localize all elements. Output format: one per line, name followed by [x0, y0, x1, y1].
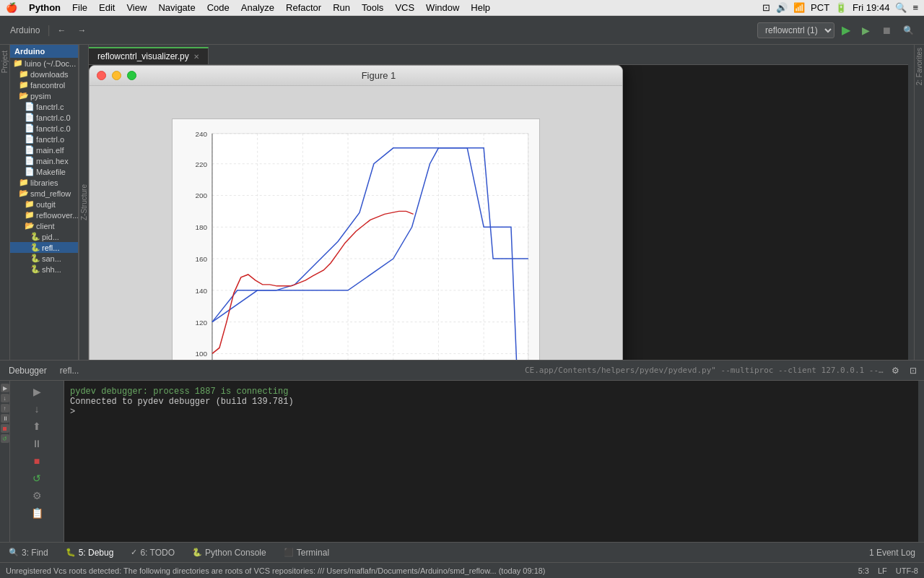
menu-edit[interactable]: Edit	[99, 2, 115, 13]
tree-item-fanctrlc[interactable]: 📄 fanctrl.c	[10, 101, 78, 112]
project-tab[interactable]: Project	[0, 48, 10, 76]
tree-item-libraries[interactable]: 📁 libraries	[10, 177, 78, 188]
tree-item-reflowover[interactable]: 📁 reflowover...	[10, 210, 78, 220]
run-button[interactable]: ▶	[837, 22, 855, 38]
tree-item-luino[interactable]: 📁 luino (~/.Doc...	[10, 58, 78, 69]
tab-todo[interactable]: ✓ 6: TODO	[122, 545, 183, 561]
menu-window[interactable]: Window	[426, 2, 459, 13]
tree-item-client[interactable]: 📂 client	[10, 220, 78, 231]
tree-item-san[interactable]: 🐍 san...	[10, 253, 78, 264]
pause-btn[interactable]: ⏸	[1, 414, 9, 423]
vcs-warning[interactable]: Unregistered Vcs roots detected: The fol…	[6, 566, 858, 575]
debug-side-btn-1[interactable]: ▶	[29, 384, 45, 400]
right-scrollbar[interactable]	[908, 45, 914, 360]
tree-item-mainhex[interactable]: 📄 main.hex	[10, 155, 78, 166]
menu-help[interactable]: Help	[471, 2, 490, 13]
console-area[interactable]: pydev debugger: process 1887 is connecti…	[64, 381, 918, 542]
battery-icon: 🔋	[835, 2, 847, 13]
bottom-panel: Debugger refl... CE.app/Contents/helpers…	[0, 360, 924, 562]
window-maximize-btn[interactable]	[127, 71, 136, 80]
menu-refactor[interactable]: Refactor	[286, 2, 321, 13]
tree-item-shh[interactable]: 🐍 shh...	[10, 264, 78, 275]
project-selector[interactable]: Arduino	[6, 24, 44, 37]
run-config-select[interactable]: reflowcntrl (1)	[757, 22, 834, 38]
tree-item-refl[interactable]: 🐍 refl...	[10, 242, 78, 253]
menu-tools[interactable]: Tools	[362, 2, 383, 13]
debug-side-btn-3[interactable]: ⬆	[29, 418, 45, 434]
menu-navigate[interactable]: Navigate	[158, 2, 195, 13]
tree-item-pysim[interactable]: 📂 pysim	[10, 90, 78, 101]
favorites-label: 2: Favorites	[915, 48, 923, 85]
editor-content[interactable]: Figure 1	[89, 65, 908, 360]
debug-minimize-btn[interactable]: ⊡	[905, 364, 921, 377]
tree-item-pid[interactable]: 🐍 pid...	[10, 231, 78, 242]
debug-scrollbar[interactable]	[918, 381, 924, 542]
tree-item-fanctrlo[interactable]: 📄 fanctrl.o	[10, 134, 78, 144]
debug-header-label: Debugger	[3, 366, 53, 376]
debug-side-btn-7[interactable]: 📋	[29, 505, 45, 521]
step-into-btn[interactable]: ↓	[1, 394, 9, 402]
tree-item-outgit[interactable]: 📁 outgit	[10, 199, 78, 210]
project-title: Arduino	[14, 47, 45, 56]
tab-event-log[interactable]: 1 Event Log	[860, 545, 924, 561]
tab-close-btn[interactable]: ✕	[193, 53, 199, 61]
stop-button[interactable]: ⏹	[877, 23, 896, 38]
tree-item-mainelf[interactable]: 📄 main.elf	[10, 144, 78, 155]
nav-forward-btn[interactable]: →	[74, 24, 91, 37]
debug-side-btn-stop[interactable]: ■	[29, 453, 45, 469]
file-icon: 🐍	[30, 254, 40, 263]
find-icon: 🔍	[9, 548, 19, 557]
menu-analyze[interactable]: Analyze	[241, 2, 274, 13]
folder-open-icon: 📂	[25, 221, 35, 230]
editor-tab-reflowcntrl[interactable]: reflowcntrl_visualizer.py ✕	[89, 47, 209, 64]
tree-item-fanctrlc0a[interactable]: 📄 fanctrl.c.0	[10, 112, 78, 123]
debug-subtab[interactable]: refl...	[54, 366, 85, 376]
step-out-btn[interactable]: ↑	[1, 404, 9, 413]
stop-debug-btn[interactable]: ⏹	[1, 424, 9, 433]
menu-view[interactable]: View	[126, 2, 147, 13]
menu-vcs[interactable]: VCS	[395, 2, 414, 13]
window-minimize-btn[interactable]	[112, 71, 121, 80]
figure-window: Figure 1	[89, 65, 623, 360]
z-structure-label: Z-Structure	[80, 184, 88, 220]
tree-item-fancontrol[interactable]: 📁 fancontrol	[10, 79, 78, 90]
app-name[interactable]: Python	[29, 2, 61, 13]
file-icon: 📄	[25, 145, 35, 155]
tab-debug[interactable]: 🐛 5: Debug	[57, 545, 123, 561]
tree-item-makefile[interactable]: 📄 Makefile	[10, 166, 78, 177]
search-icon[interactable]: 🔍	[895, 2, 907, 13]
menu-run[interactable]: Run	[333, 2, 350, 13]
menu-extra-icon[interactable]: ≡	[912, 2, 918, 13]
chart-container: 80 100 120 140 160 180 200 220 240	[172, 118, 540, 360]
debug-side-btn-restart[interactable]: ↺	[29, 470, 45, 486]
z-structure-panel[interactable]: Z-Structure	[79, 45, 89, 360]
debug-button[interactable]: ▶	[858, 23, 874, 38]
tab-terminal[interactable]: ⬛ Terminal	[275, 545, 338, 561]
screen-record-icon: ⊡	[762, 2, 770, 13]
tree-item-downloads[interactable]: 📁 downloads	[10, 69, 78, 79]
debug-side-btn-2[interactable]: ↓	[29, 401, 45, 417]
svg-text:220: 220	[195, 160, 207, 168]
tab-python-console[interactable]: 🐍 Python Console	[183, 545, 275, 561]
tree-item-smdreflow[interactable]: 📂 smd_reflow	[10, 188, 78, 199]
apple-menu[interactable]: 🍎	[6, 2, 17, 13]
debug-settings-btn[interactable]: ⚙	[887, 364, 904, 377]
search-everywhere-btn[interactable]: 🔍	[899, 24, 918, 37]
debug-side-btn-6[interactable]: ⚙	[29, 488, 45, 504]
left-sidebar: Project	[0, 45, 10, 360]
svg-text:160: 160	[195, 255, 207, 263]
debug-side-btn-4[interactable]: ⏸	[29, 436, 45, 452]
rerun-btn[interactable]: ↺	[1, 434, 9, 443]
debug-content: ▶ ↓ ↑ ⏸ ⏹ ↺ ▶ ↓ ⬆ ⏸ ■ ↺ ⚙ 📋	[0, 381, 924, 542]
content: Project Arduino 📁 luino (~/.Doc... 📁 dow…	[0, 45, 924, 360]
nav-back-btn[interactable]: ←	[53, 24, 71, 37]
cursor-position: 5:3	[858, 566, 869, 575]
file-icon: 📄	[25, 167, 35, 176]
debug-toolbar: Debugger refl... CE.app/Contents/helpers…	[0, 361, 924, 381]
menu-code[interactable]: Code	[207, 2, 230, 13]
tree-item-fanctrlc0b[interactable]: 📄 fanctrl.c.0	[10, 123, 78, 134]
tab-find[interactable]: 🔍 3: Find	[0, 545, 57, 561]
window-close-btn[interactable]	[97, 71, 106, 80]
menu-file[interactable]: File	[72, 2, 87, 13]
step-over-btn[interactable]: ▶	[1, 384, 9, 392]
